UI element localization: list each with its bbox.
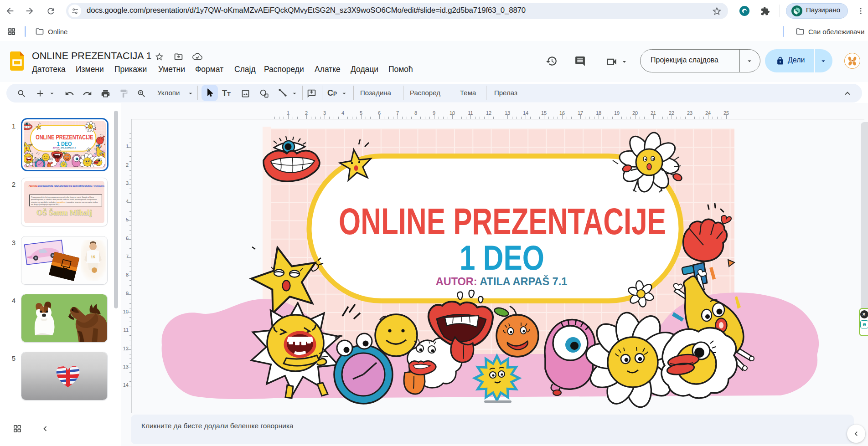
svg-text:ONLINE PREZENTACIJE: ONLINE PREZENTACIJE bbox=[36, 133, 93, 141]
svg-text:1 DEO: 1 DEO bbox=[460, 238, 544, 277]
svg-text:AUTOR: ATILA ARPAŠ 7.1: AUTOR: ATILA ARPAŠ 7.1 bbox=[53, 147, 76, 149]
svg-text:1 DEO: 1 DEO bbox=[57, 140, 72, 147]
svg-text:ONLINE PREZENTACIJE: ONLINE PREZENTACIJE bbox=[339, 200, 666, 242]
svg-text:AUTOR: ATILA ARPAŠ 7.1: AUTOR: ATILA ARPAŠ 7.1 bbox=[436, 275, 568, 287]
svg-text:15: 15 bbox=[91, 255, 95, 259]
